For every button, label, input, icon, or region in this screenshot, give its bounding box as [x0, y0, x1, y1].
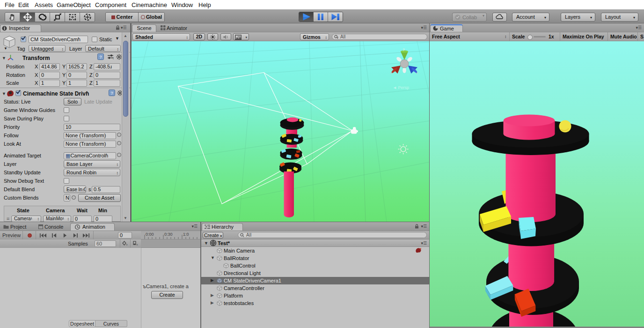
svg-text:▾: ▾ — [337, 36, 339, 38]
svg-text:?: ? — [110, 91, 113, 96]
svg-text:z: z — [416, 71, 418, 75]
svg-text:◄ Persp: ◄ Persp — [393, 85, 409, 90]
svg-text:x: x — [390, 71, 392, 75]
svg-text:+: + — [126, 243, 128, 246]
svg-text:y: y — [403, 47, 405, 51]
svg-text:+: + — [136, 243, 138, 246]
svg-text:?: ? — [99, 55, 102, 60]
svg-text:!: ! — [113, 57, 114, 60]
